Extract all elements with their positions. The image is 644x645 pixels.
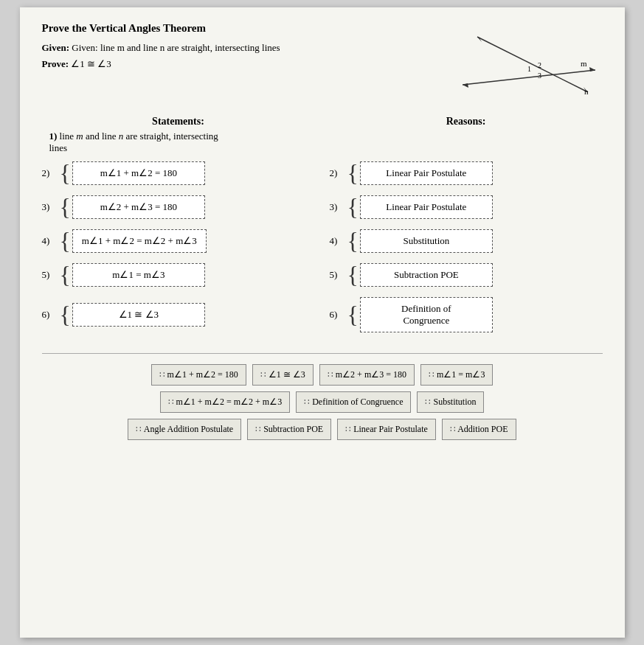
reason-5: 5){Subtraction POE xyxy=(330,263,603,287)
drag-tile[interactable]: Angle Addition Postulate xyxy=(128,419,241,440)
bracket-left-icon: { xyxy=(347,195,359,219)
proof-row-5: 5){m∠1 = m∠35){Subtraction POE xyxy=(42,263,603,287)
drag-tile[interactable]: m∠1 + m∠2 = m∠2 + m∠3 xyxy=(160,391,291,413)
svg-marker-2 xyxy=(589,67,595,72)
statement-box-2[interactable]: m∠1 + m∠2 = 180 xyxy=(72,161,205,185)
svg-line-1 xyxy=(477,37,588,92)
reason-box-4[interactable]: Substitution xyxy=(360,229,493,253)
statement-5: 5){m∠1 = m∠3 xyxy=(42,263,315,287)
statements-header: Statements: xyxy=(152,116,204,127)
reason-3: 3){Linear Pair Postulate xyxy=(330,195,603,219)
diagram: m n 1 2 3 xyxy=(455,29,603,103)
drag-tile[interactable]: m∠2 + m∠3 = 180 xyxy=(319,364,415,386)
svg-text:n: n xyxy=(584,87,589,96)
reason-row-1 xyxy=(330,130,603,154)
bracket-left-icon: { xyxy=(60,161,71,185)
statement-row-1: 1) line m and line n are straight, inter… xyxy=(42,130,315,154)
statement-box-6[interactable]: ∠1 ≅ ∠3 xyxy=(72,303,205,327)
reason-box-6[interactable]: Definition ofCongruence xyxy=(360,297,493,332)
statement-4: 4){m∠1 + m∠2 = m∠2 + m∠3 xyxy=(42,229,315,253)
reason-4: 4){Substitution xyxy=(330,229,603,253)
reason-2: 2){Linear Pair Postulate xyxy=(330,161,603,185)
statement-3: 3){m∠2 + m∠3 = 180 xyxy=(42,195,315,219)
drag-tile[interactable]: Linear Pair Postulate xyxy=(337,419,436,440)
svg-marker-3 xyxy=(463,83,468,88)
reason-box-2[interactable]: Linear Pair Postulate xyxy=(360,161,493,185)
proof-row-6: 6){∠1 ≅ ∠36){Definition ofCongruence xyxy=(42,297,603,332)
bracket-left-icon: { xyxy=(347,161,359,185)
drag-tile[interactable]: m∠1 = m∠3 xyxy=(420,364,493,386)
drag-row-2: m∠1 + m∠2 = m∠2 + m∠3Definition of Congr… xyxy=(42,391,603,413)
bracket-left-icon: { xyxy=(347,229,359,253)
bracket-left-icon: { xyxy=(60,303,71,327)
page: Prove the Vertical Angles Theorem Given:… xyxy=(20,7,625,638)
proof-row-4: 4){m∠1 + m∠2 = m∠2 + m∠34){Substitution xyxy=(42,229,603,253)
bracket-left-icon: { xyxy=(60,229,71,253)
bracket-left-icon: { xyxy=(60,195,71,219)
bracket-left-icon: { xyxy=(60,263,71,287)
bracket-left-icon: { xyxy=(347,303,359,327)
svg-text:3: 3 xyxy=(538,72,541,80)
bracket-left-icon: { xyxy=(347,263,359,287)
statement-box-3[interactable]: m∠2 + m∠3 = 180 xyxy=(72,195,205,219)
drag-tile[interactable]: Addition POE xyxy=(442,419,516,440)
drag-tile[interactable]: Subtraction POE xyxy=(247,419,331,440)
statement-box-4[interactable]: m∠1 + m∠2 = m∠2 + m∠3 xyxy=(72,229,207,253)
statement-6: 6){∠1 ≅ ∠3 xyxy=(42,297,315,332)
statement-box-5[interactable]: m∠1 = m∠3 xyxy=(72,263,205,287)
drag-tile[interactable]: Definition of Congruence xyxy=(296,391,411,413)
reason-box-5[interactable]: Subtraction POE xyxy=(360,263,493,287)
drag-row-1: m∠1 + m∠2 = 180∠1 ≅ ∠3m∠2 + m∠3 = 180m∠1… xyxy=(42,364,603,386)
proof-row-3: 3){m∠2 + m∠3 = 1803){Linear Pair Postula… xyxy=(42,195,603,219)
svg-text:2: 2 xyxy=(538,61,541,69)
svg-text:m: m xyxy=(581,59,587,68)
drag-tile[interactable]: m∠1 + m∠2 = 180 xyxy=(151,364,246,386)
drag-tile[interactable]: Substitution xyxy=(417,391,484,413)
statement-2: 2){m∠1 + m∠2 = 180 xyxy=(42,161,315,185)
drag-tile[interactable]: ∠1 ≅ ∠3 xyxy=(252,364,314,386)
drag-row-3: Angle Addition PostulateSubtraction POEL… xyxy=(42,419,603,440)
drag-area: m∠1 + m∠2 = 180∠1 ≅ ∠3m∠2 + m∠3 = 180m∠1… xyxy=(42,353,603,440)
reason-box-3[interactable]: Linear Pair Postulate xyxy=(360,195,493,219)
reason-6: 6){Definition ofCongruence xyxy=(330,297,603,332)
svg-text:1: 1 xyxy=(527,65,531,73)
proof-row-2: 2){m∠1 + m∠2 = 1802){Linear Pair Postula… xyxy=(42,161,603,185)
reasons-header: Reasons: xyxy=(446,116,486,127)
